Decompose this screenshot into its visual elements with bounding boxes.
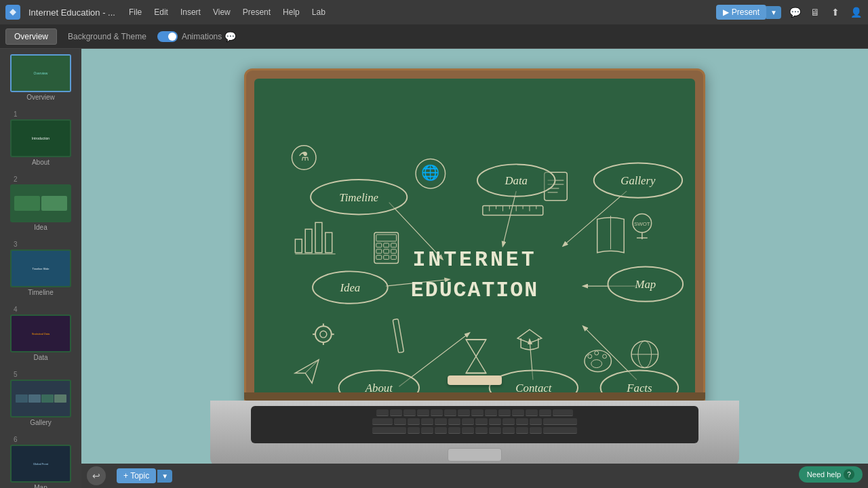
- app-title: Internet Education - ...: [28, 7, 115, 18]
- animations-label: Animations: [182, 32, 222, 41]
- menu-view[interactable]: View: [208, 5, 236, 20]
- svg-point-36: [633, 214, 652, 232]
- menu-file[interactable]: File: [123, 5, 147, 20]
- slide-4-num: 4: [14, 306, 18, 313]
- add-topic-button[interactable]: + Topic: [117, 468, 156, 483]
- app-logo: [5, 5, 20, 20]
- screen-bezel: ⚗ 🌐: [244, 68, 705, 407]
- topbar-left: Internet Education - ... File Edit Inser…: [5, 5, 331, 20]
- slide-2-label: Idea: [34, 224, 47, 231]
- svg-rect-10: [483, 206, 543, 216]
- svg-point-66: [608, 266, 683, 301]
- svg-point-40: [315, 326, 332, 342]
- menu-lab[interactable]: Lab: [307, 5, 331, 20]
- svg-point-54: [591, 360, 602, 368]
- key: [530, 427, 542, 434]
- menu-edit[interactable]: Edit: [149, 5, 174, 20]
- svg-text:Timeline: Timeline: [339, 191, 378, 204]
- svg-point-52: [595, 351, 599, 355]
- svg-rect-24: [374, 232, 399, 263]
- slide-6[interactable]: 6 Global Front Map: [3, 434, 79, 488]
- present-button[interactable]: ▶ Present: [716, 5, 766, 20]
- menu-help[interactable]: Help: [277, 5, 305, 20]
- svg-text:Map: Map: [634, 278, 656, 291]
- menu-insert[interactable]: Insert: [175, 5, 206, 20]
- slide-4[interactable]: 4 Statistical Data Data: [3, 304, 79, 363]
- key: [394, 418, 406, 425]
- svg-point-1: [292, 146, 316, 170]
- key: [475, 418, 488, 425]
- chalkboard: ⚗ 🌐: [254, 79, 695, 397]
- svg-point-55: [631, 341, 658, 367]
- chat-icon[interactable]: 💬: [788, 5, 802, 19]
- comment-icon[interactable]: 💬: [224, 31, 236, 42]
- svg-point-68: [313, 271, 388, 303]
- tab-background-theme[interactable]: Background & Theme: [60, 29, 155, 44]
- play-icon: ▶: [723, 7, 729, 17]
- chalk-content: ⚗ 🌐: [254, 79, 695, 397]
- svg-rect-28: [391, 243, 397, 247]
- need-help-button[interactable]: Need help ?: [799, 466, 863, 483]
- need-help-label: Need help: [807, 470, 841, 479]
- svg-point-64: [594, 163, 682, 197]
- svg-rect-34: [391, 256, 397, 260]
- slide-2[interactable]: 2 Idea: [3, 174, 79, 232]
- slide-5-label: Gallery: [30, 419, 52, 426]
- slide-5[interactable]: 5 Gallery: [3, 369, 79, 428]
- help-icon: ?: [844, 469, 854, 480]
- slide-5-num: 5: [14, 371, 18, 378]
- svg-point-53: [603, 354, 607, 359]
- key: [444, 409, 456, 416]
- key: [516, 418, 528, 425]
- key: [512, 409, 524, 416]
- key: [417, 409, 429, 416]
- key: [372, 427, 406, 434]
- user-icon[interactable]: 👤: [849, 5, 863, 19]
- key: [553, 409, 573, 416]
- key: [421, 418, 433, 425]
- chalk-eraser: [448, 375, 502, 385]
- key: [526, 409, 538, 416]
- svg-rect-32: [376, 256, 382, 260]
- svg-point-60: [311, 180, 407, 214]
- animations-switch[interactable]: [157, 31, 178, 42]
- keyboard: [251, 406, 698, 443]
- tab-overview[interactable]: Overview: [5, 28, 57, 45]
- present-dropdown-button[interactable]: ▼: [766, 6, 781, 19]
- bottom-bar: ↩ + Topic ▼ Need help ?: [81, 464, 868, 488]
- overview-thumb-text: Overview: [34, 71, 48, 75]
- svg-rect-19: [295, 239, 302, 253]
- key: [462, 418, 474, 425]
- topbar-right: ▶ Present ▼ 💬 🖥 ⬆ 👤: [716, 5, 863, 20]
- svg-line-58: [305, 360, 319, 373]
- laptop: ⚗ 🌐: [210, 68, 739, 468]
- back-button[interactable]: ↩: [87, 466, 106, 485]
- topic-dropdown-button[interactable]: ▼: [157, 470, 172, 483]
- key: [502, 418, 515, 425]
- slide-3[interactable]: 3 Timeline Slide Timeline: [3, 239, 79, 298]
- svg-text:INTERNET: INTERNET: [412, 248, 536, 272]
- slide-1-label: About: [32, 159, 50, 166]
- svg-point-56: [638, 341, 652, 367]
- key: [448, 427, 460, 434]
- key-row-3: [254, 427, 695, 434]
- svg-point-50: [585, 350, 611, 372]
- key: [403, 409, 416, 416]
- slide-1[interactable]: 1 Introduction About: [3, 109, 79, 167]
- menu-present[interactable]: Present: [237, 5, 276, 20]
- top-bar: Internet Education - ... File Edit Inser…: [0, 0, 868, 24]
- key-row-2: [254, 418, 695, 425]
- key: [372, 418, 393, 425]
- slide-6-num: 6: [14, 436, 18, 443]
- key: [516, 427, 528, 434]
- svg-rect-21: [315, 222, 322, 252]
- key: [502, 427, 515, 434]
- share-icon[interactable]: ⬆: [829, 5, 842, 19]
- slide-1-num: 1: [14, 110, 18, 118]
- slide-overview[interactable]: Overview Overview: [3, 53, 79, 102]
- screen-icon[interactable]: 🖥: [808, 5, 822, 19]
- chalk-svg: ⚗ 🌐: [254, 79, 695, 397]
- animations-toggle[interactable]: Animations: [157, 31, 222, 42]
- sidebar: Overview Overview 1 Introduction About 2: [0, 49, 81, 488]
- key: [435, 418, 447, 425]
